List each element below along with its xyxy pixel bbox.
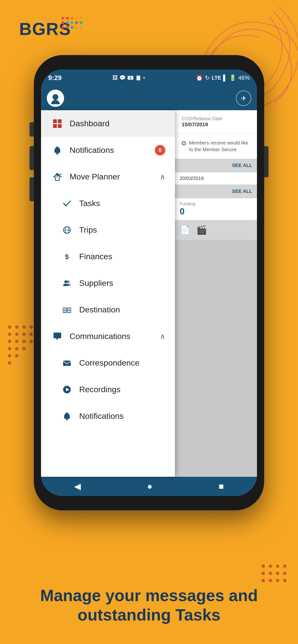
nav-item-tasks[interactable]: Tasks — [41, 190, 175, 216]
trips-icon — [60, 223, 73, 236]
alarm-icon: ⏰ — [196, 74, 203, 81]
svg-point-8 — [8, 340, 11, 343]
bottom-tagline: Manage your messages and outstanding Tas… — [0, 586, 298, 625]
communications-icon — [51, 330, 64, 343]
dashboard-label: Dashboard — [70, 119, 165, 128]
logo: BGRS — [19, 19, 71, 39]
recent-button[interactable]: ■ — [219, 481, 224, 492]
svg-rect-33 — [58, 119, 62, 123]
svg-rect-35 — [58, 124, 62, 128]
svg-point-11 — [30, 340, 33, 343]
back-button[interactable]: ◀ — [74, 481, 81, 492]
comm-notifications-label: Notifications — [79, 411, 165, 421]
svg-point-9 — [15, 340, 19, 343]
svg-point-28 — [276, 579, 279, 582]
communications-label: Communications — [70, 332, 160, 341]
funding-value: 0 — [180, 206, 252, 216]
user-avatar — [47, 90, 64, 107]
svg-point-27 — [269, 579, 272, 582]
dashboard-icon — [51, 117, 64, 130]
move-planner-chevron: ∧ — [160, 172, 165, 181]
status-bar: 9:29 🖼 💬 📧 📋 • ⏰ ↻ LTE ▌ 🔋 46% — [41, 70, 257, 86]
notifications-badge: 6 — [155, 145, 165, 156]
svg-text:$: $ — [65, 253, 69, 260]
app-header: ✈ — [41, 86, 257, 110]
phone-screen: 9:29 🖼 💬 📧 📋 • ⏰ ↻ LTE ▌ 🔋 46% — [41, 70, 257, 496]
home-button[interactable]: ● — [147, 481, 152, 492]
content-area: Dashboard Notifications 6 — [41, 110, 257, 477]
message-card: ⧉ Members receive would like to the Memb… — [175, 134, 257, 159]
phone-device: 9:29 🖼 💬 📧 📋 • ⏰ ↻ LTE ▌ 🔋 46% — [34, 55, 264, 510]
suppliers-icon — [60, 276, 73, 290]
svg-point-7 — [30, 332, 33, 336]
tagline-line1: Manage your messages and — [14, 586, 284, 606]
nav-drawer: Dashboard Notifications 6 — [41, 110, 175, 477]
nav-item-recordings[interactable]: Recordings — [41, 376, 175, 403]
nav-item-correspondence[interactable]: Correspondence — [41, 350, 175, 376]
nav-item-notifications[interactable]: Notifications 6 — [41, 137, 175, 164]
svg-point-26 — [261, 579, 265, 582]
svg-point-20 — [276, 564, 279, 568]
svg-point-55 — [66, 419, 68, 420]
doc-icon-2[interactable]: 🎬 — [196, 225, 207, 235]
svg-point-22 — [261, 572, 265, 575]
svg-rect-51 — [63, 360, 71, 366]
suppliers-label: Suppliers — [79, 278, 165, 288]
move-planner-icon — [51, 170, 64, 183]
notifications-icon — [51, 144, 64, 157]
external-link-icon: ⧉ — [182, 140, 186, 147]
nav-item-trips[interactable]: Trips — [41, 216, 175, 243]
svg-point-30 — [53, 94, 58, 100]
status-icons: 🖼 💬 📧 📋 • — [112, 75, 145, 81]
phone-body: 9:29 🖼 💬 📧 📋 • ⏰ ↻ LTE ▌ 🔋 46% — [34, 55, 264, 510]
svg-point-4 — [8, 332, 11, 336]
trips-label: Trips — [79, 225, 165, 234]
doc-icon-1[interactable]: 📄 — [180, 225, 191, 235]
svg-point-21 — [283, 564, 286, 568]
plane-button[interactable]: ✈ — [236, 90, 251, 106]
svg-point-37 — [57, 153, 58, 155]
plane-icon: ✈ — [241, 94, 246, 102]
nav-item-move-planner[interactable]: Move Planner ∧ — [41, 164, 175, 190]
svg-point-31 — [51, 100, 60, 104]
doc-icons-row: 📄 🎬 — [175, 220, 257, 240]
nav-item-dashboard[interactable]: Dashboard — [41, 110, 175, 137]
signal-bars: ▌ — [223, 74, 227, 81]
cos-label: COS/Release Date — [182, 116, 250, 122]
svg-point-2 — [22, 325, 26, 329]
nav-item-suppliers[interactable]: Suppliers — [41, 270, 175, 296]
correspondence-icon — [60, 356, 73, 370]
status-right: ⏰ ↻ LTE ▌ 🔋 46% — [196, 74, 250, 81]
move-planner-label: Move Planner — [70, 172, 160, 181]
sync-icon: ↻ — [205, 74, 210, 81]
logo-dots — [61, 17, 83, 29]
nav-item-communications[interactable]: Communications ∧ — [41, 323, 175, 350]
nav-item-destination[interactable]: Destination — [41, 296, 175, 323]
finances-label: Finances — [79, 252, 165, 261]
destination-icon — [60, 303, 73, 316]
battery-level: 46% — [238, 74, 250, 81]
svg-point-0 — [8, 325, 11, 329]
communications-chevron: ∧ — [160, 332, 165, 341]
svg-point-18 — [261, 564, 265, 568]
svg-point-10 — [22, 340, 26, 343]
tasks-icon — [60, 197, 73, 210]
see-all-1[interactable]: SEE ALL — [232, 163, 252, 168]
svg-point-15 — [8, 354, 11, 358]
svg-point-24 — [276, 572, 279, 575]
svg-point-13 — [15, 347, 19, 350]
see-all-2[interactable]: SEE ALL — [232, 188, 252, 194]
finances-icon: $ — [60, 250, 73, 263]
svg-point-29 — [283, 579, 286, 582]
tasks-label: Tasks — [79, 198, 165, 208]
svg-point-12 — [8, 347, 11, 350]
svg-point-16 — [15, 354, 19, 358]
nav-item-comm-notifications[interactable]: Notifications — [41, 403, 175, 429]
svg-point-44 — [67, 280, 70, 283]
svg-point-19 — [269, 564, 272, 568]
nav-item-finances[interactable]: $ Finances — [41, 243, 175, 270]
lte-label: LTE — [212, 75, 221, 81]
funding-label: Funding — [180, 202, 252, 206]
cos-card: COS/Release Date 15/07/2019 — [175, 110, 257, 134]
svg-point-14 — [22, 347, 26, 350]
